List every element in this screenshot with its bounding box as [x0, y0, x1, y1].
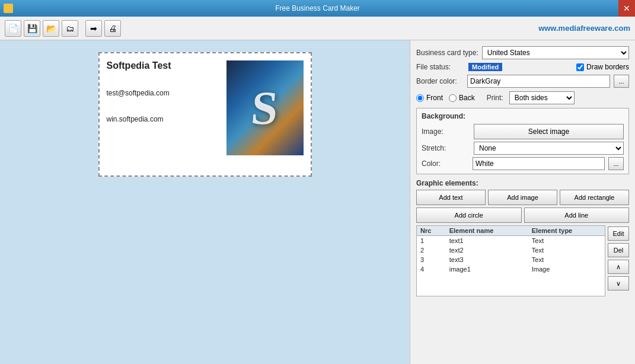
back-radio-group: Back: [449, 94, 475, 102]
front-radio-group: Front: [416, 94, 443, 102]
row-element-type: Image: [528, 264, 605, 274]
stretch-select[interactable]: None Stretch Tile Center: [474, 142, 624, 155]
graphic-elements-title: Graphic elements:: [416, 179, 629, 187]
row-element-name: text3: [446, 255, 528, 264]
folder-button[interactable]: 🗂: [62, 20, 78, 37]
title-bar: Free Business Card Maker ✕: [0, 0, 635, 17]
front-radio[interactable]: [416, 94, 424, 102]
title-text: Free Business Card Maker: [275, 4, 360, 12]
business-card-type-row: Business card type: United States Europe…: [416, 46, 629, 59]
row-element-type: Text: [528, 255, 605, 264]
background-image-row: Image: Select image: [422, 124, 624, 139]
card-image: S: [226, 60, 304, 155]
row-element-name: text2: [446, 245, 528, 255]
add-image-button[interactable]: Add image: [488, 190, 557, 205]
card-preview-area: Softpedia Test test@softpedia.com win.so…: [0, 40, 410, 364]
file-status-label: File status:: [416, 63, 464, 71]
col-element-type: Element type: [528, 226, 605, 236]
print-select[interactable]: Both sides Front only Back only: [509, 91, 575, 104]
front-back-print-row: Front Back Print: Both sides Front only …: [416, 91, 629, 104]
down-button[interactable]: ∨: [608, 276, 629, 290]
print-label: Print:: [487, 94, 503, 102]
stretch-label: Stretch:: [422, 144, 469, 152]
table-row[interactable]: 2text2Text: [417, 245, 605, 255]
table-row[interactable]: 4image1Image: [417, 264, 605, 274]
add-circle-button[interactable]: Add circle: [416, 207, 522, 223]
file-status-row: File status: Modified Draw borders: [416, 63, 629, 71]
back-radio[interactable]: [449, 94, 457, 102]
graphic-elements-section: Graphic elements: Add text Add image Add…: [416, 179, 629, 296]
front-label: Front: [426, 94, 443, 102]
background-section: Background: Image: Select image Stretch:…: [416, 108, 629, 174]
graphic-elements-btn-row-2: Add circle Add line: [416, 207, 629, 223]
file-status-badge: Modified: [468, 63, 502, 71]
edit-button[interactable]: Edit: [608, 226, 629, 241]
border-color-picker-button[interactable]: ...: [614, 75, 629, 88]
graphic-elements-btn-row-1: Add text Add image Add rectangle: [416, 190, 629, 205]
draw-borders-label: Draw borders: [586, 63, 629, 71]
close-button[interactable]: ✕: [618, 0, 635, 17]
border-color-row: Border color: ...: [416, 75, 629, 88]
open-button[interactable]: 📂: [43, 20, 59, 37]
col-nrc: Nrc: [417, 226, 446, 236]
row-element-type: Text: [528, 236, 605, 246]
del-button[interactable]: Del: [608, 243, 629, 257]
new-button[interactable]: 📄: [5, 20, 21, 37]
draw-borders-row: Draw borders: [576, 63, 629, 71]
toolbar: 📄 💾 📂 🗂 ➡ 🖨 www.mediafreeware.com: [0, 17, 635, 40]
table-side-buttons: Edit Del ∧ ∨: [608, 225, 629, 296]
col-element-name: Element name: [446, 226, 528, 236]
background-color-picker-button[interactable]: ...: [608, 157, 624, 170]
up-button[interactable]: ∧: [608, 260, 629, 274]
stretch-row: Stretch: None Stretch Tile Center: [422, 142, 624, 155]
add-rectangle-button[interactable]: Add rectangle: [560, 190, 629, 205]
card-image-letter: S: [249, 81, 280, 135]
background-title: Background:: [422, 112, 624, 120]
table-row[interactable]: 3text3Text: [417, 255, 605, 264]
add-line-button[interactable]: Add line: [524, 207, 630, 223]
card-canvas: Softpedia Test test@softpedia.com win.so…: [98, 52, 312, 177]
draw-borders-checkbox[interactable]: [576, 63, 584, 71]
row-element-type: Text: [528, 245, 605, 255]
row-nrc: 3: [417, 255, 446, 264]
border-color-label: Border color:: [416, 77, 464, 85]
app-icon: [4, 4, 13, 13]
table-row[interactable]: 1text1Text: [417, 236, 605, 246]
row-nrc: 2: [417, 245, 446, 255]
row-element-name: image1: [446, 264, 528, 274]
border-color-input[interactable]: [467, 75, 610, 88]
business-card-type-label: Business card type:: [416, 49, 478, 57]
background-image-label: Image:: [422, 127, 469, 136]
elements-table-container: Nrc Element name Element type 1text1Text…: [416, 225, 629, 296]
export-button[interactable]: ➡: [85, 20, 102, 37]
right-panel: Business card type: United States Europe…: [410, 40, 635, 364]
row-nrc: 1: [417, 236, 446, 246]
save-button[interactable]: 💾: [24, 20, 40, 37]
add-text-button[interactable]: Add text: [416, 190, 486, 205]
main-content: Softpedia Test test@softpedia.com win.so…: [0, 40, 635, 364]
back-label: Back: [459, 94, 475, 102]
business-card-type-select[interactable]: United States Europe Japan: [482, 46, 629, 59]
website-link[interactable]: www.mediafreeware.com: [538, 24, 630, 33]
background-color-row: Color: ...: [422, 157, 624, 170]
background-color-input[interactable]: [473, 157, 605, 170]
row-element-name: text1: [446, 236, 528, 246]
elements-table: Nrc Element name Element type 1text1Text…: [416, 225, 605, 296]
row-nrc: 4: [417, 264, 446, 274]
select-image-button[interactable]: Select image: [474, 124, 624, 139]
print-button[interactable]: 🖨: [104, 20, 121, 37]
background-color-label: Color:: [422, 159, 469, 168]
